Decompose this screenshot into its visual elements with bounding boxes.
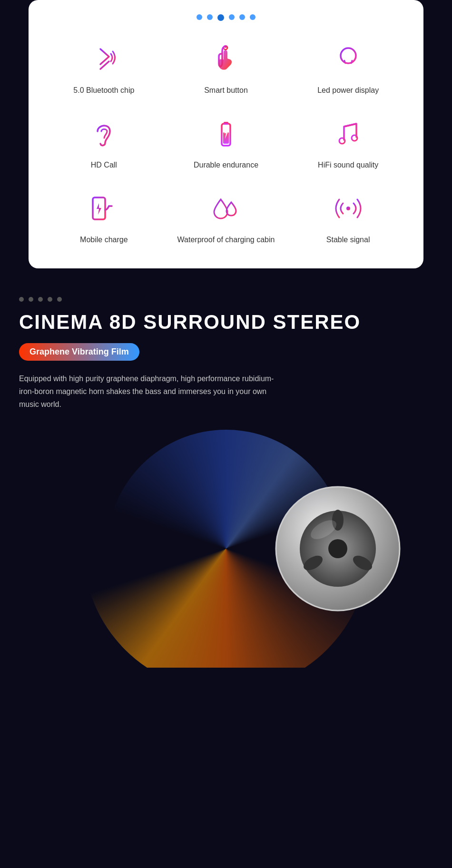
- hifi-label: HiFi sound quality: [318, 160, 378, 170]
- water-icon: [207, 189, 245, 227]
- earphone-disc-svg: [271, 482, 404, 615]
- dot-2[interactable]: [207, 14, 213, 20]
- features-grid: 5.0 Bluetooth chip: [38, 40, 414, 245]
- mobile-charge-label: Mobile charge: [80, 235, 128, 245]
- product-image: [19, 430, 433, 668]
- feature-hd-call: HD Call: [48, 115, 160, 170]
- bluetooth-label: 5.0 Bluetooth chip: [73, 86, 134, 96]
- svg-point-12: [339, 138, 345, 144]
- feature-hifi: HiFi sound quality: [292, 115, 404, 170]
- hd-call-label: HD Call: [91, 160, 117, 170]
- smart-button-label: Smart button: [204, 86, 248, 96]
- ear-icon: [85, 115, 123, 153]
- dark-dot-3: [38, 297, 43, 302]
- stable-signal-label: Stable signal: [326, 235, 370, 245]
- feature-durable: Durable endurance: [170, 115, 283, 170]
- signal-icon: [329, 189, 367, 227]
- feature-mobile-charge: Mobile charge: [48, 189, 160, 245]
- feature-smart-button: Smart button: [170, 40, 283, 96]
- svg-line-11: [344, 124, 356, 127]
- dark-dot-1: [19, 297, 24, 302]
- promo-description: Equipped with high purity graphene diaph…: [19, 372, 285, 411]
- graphene-badge: Graphene Vibrating Film: [19, 343, 139, 361]
- dot-6[interactable]: [250, 14, 255, 20]
- charge-icon: [85, 189, 123, 227]
- bluetooth-icon: [85, 40, 123, 78]
- svg-rect-9: [224, 122, 228, 125]
- dark-dot-5: [57, 297, 62, 302]
- dark-dot-2: [29, 297, 33, 302]
- feature-led-power: Led power display: [292, 40, 404, 96]
- svg-point-18: [346, 207, 350, 210]
- dark-promo-section: CINEMA 8D SURROUND STEREO Graphene Vibra…: [0, 268, 452, 687]
- bulb-icon: [329, 40, 367, 78]
- led-power-label: Led power display: [317, 86, 379, 96]
- waterproof-label: Waterproof of charging cabin: [177, 235, 275, 245]
- dot-3[interactable]: [217, 14, 224, 21]
- cinema-title: CINEMA 8D SURROUND STEREO: [19, 311, 433, 333]
- dot-1[interactable]: [197, 14, 202, 20]
- touch-icon: [207, 40, 245, 78]
- section-dots: [19, 297, 433, 302]
- carousel-dots[interactable]: [38, 14, 414, 21]
- feature-waterproof: Waterproof of charging cabin: [170, 189, 283, 245]
- dot-4[interactable]: [229, 14, 235, 20]
- svg-point-2: [341, 48, 356, 63]
- music-icon: [329, 115, 367, 153]
- svg-point-13: [352, 135, 357, 141]
- dot-5[interactable]: [239, 14, 245, 20]
- dark-dot-4: [48, 297, 52, 302]
- durable-label: Durable endurance: [194, 160, 258, 170]
- battery-icon: [207, 115, 245, 153]
- svg-point-22: [328, 539, 347, 558]
- feature-stable-signal: Stable signal: [292, 189, 404, 245]
- feature-bluetooth: 5.0 Bluetooth chip: [48, 40, 160, 96]
- features-card: 5.0 Bluetooth chip: [29, 0, 423, 268]
